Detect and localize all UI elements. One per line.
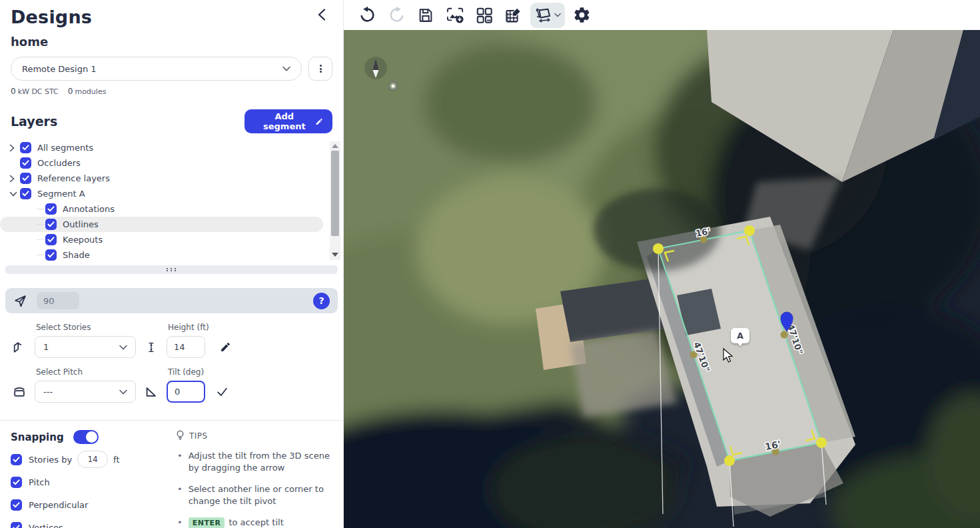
snap-option-label: Pitch <box>29 477 50 487</box>
compass-north-icon[interactable] <box>364 57 387 79</box>
layers-scrollbar[interactable] <box>330 141 340 260</box>
layer-row-annotations[interactable]: Annotations <box>0 201 343 217</box>
image-export-icon <box>446 7 464 24</box>
check-icon <box>22 191 29 197</box>
checkbox-checked[interactable] <box>11 477 22 488</box>
snap-option-label: Vertices <box>29 523 63 528</box>
stories-select[interactable]: 1 <box>35 336 136 358</box>
snap-option-perpendicular[interactable]: Perpendicular <box>11 497 171 512</box>
checkbox-checked[interactable] <box>20 142 31 153</box>
segment-tool-icon <box>534 6 553 24</box>
tree-guide-line <box>37 224 44 225</box>
confirm-tilt-button[interactable] <box>212 381 232 403</box>
unit-suffix: ft <box>113 455 119 465</box>
panel-resize-handle[interactable] <box>5 265 338 274</box>
tilt-input[interactable] <box>167 381 205 403</box>
snap-option-stories-by[interactable]: Stories byft <box>11 452 171 467</box>
layer-row-shade[interactable]: Shade <box>0 247 343 263</box>
bullet: • <box>177 450 183 475</box>
draw-segment-tool-button[interactable] <box>530 3 565 28</box>
add-segment-label: Add segment <box>254 111 315 131</box>
checkbox-checked[interactable] <box>45 219 57 230</box>
check-icon <box>216 385 229 398</box>
layer-row-all-segments[interactable]: All segments <box>0 140 343 155</box>
pencil-icon <box>220 341 231 353</box>
scroll-up-arrow[interactable] <box>332 144 338 148</box>
table-edit-button[interactable] <box>501 3 526 28</box>
height-input[interactable] <box>167 336 205 358</box>
kw-unit: kW DC STC <box>18 87 59 96</box>
design-menu-button[interactable] <box>308 57 332 81</box>
chevron-spacer <box>27 205 37 213</box>
check-icon <box>13 502 20 508</box>
pitch-select[interactable]: --- <box>35 381 136 403</box>
modules-unit: modules <box>75 87 106 96</box>
add-segment-button[interactable]: Add segment <box>245 109 332 133</box>
aerial-map-canvas[interactable]: 16' 47'10" 47'10" 16' A <box>344 30 980 528</box>
checkbox-checked[interactable] <box>20 188 31 199</box>
layouts-button[interactable] <box>472 3 497 28</box>
checkbox-checked[interactable] <box>20 173 31 184</box>
sidebar: Designs home Remote Design 1 0kW DC STC … <box>0 0 344 528</box>
chevron-down-icon <box>554 13 561 17</box>
snap-option-vertices[interactable]: Vertices <box>11 520 171 528</box>
design-select[interactable]: Remote Design 1 <box>11 57 302 81</box>
checkbox-checked[interactable] <box>45 249 57 261</box>
bullet: • <box>177 483 183 508</box>
chevron-left-icon <box>318 9 326 21</box>
modules-value: 0 <box>68 87 73 96</box>
rotation-target-icon[interactable] <box>389 82 398 91</box>
tip-item: •ENTERto accept tilt <box>176 517 332 528</box>
kw-value: 0 <box>11 87 16 96</box>
checkbox-checked[interactable] <box>11 522 22 528</box>
map-toolbar <box>344 0 980 30</box>
chevron-spacer <box>27 236 37 244</box>
stories-height-input[interactable] <box>77 451 108 468</box>
redo-icon <box>388 6 406 24</box>
checkbox-checked[interactable] <box>45 234 57 245</box>
layer-row-keepouts[interactable]: Keepouts <box>0 232 343 247</box>
collapse-sidebar-button[interactable] <box>314 7 330 23</box>
page-title: Designs <box>11 7 332 27</box>
checkbox-checked[interactable] <box>20 157 31 169</box>
pitch-icon <box>11 381 28 403</box>
azimuth-input[interactable] <box>37 292 79 309</box>
chevron-down-icon[interactable] <box>9 190 20 198</box>
layer-row-segment-a[interactable]: Segment A <box>0 186 343 201</box>
layer-row-occluders[interactable]: Occluders <box>0 155 343 171</box>
layer-label: Keepouts <box>63 235 103 245</box>
redo-button[interactable] <box>384 3 409 28</box>
stories-icon <box>11 336 28 358</box>
azimuth-bar: ? <box>5 288 338 313</box>
settings-button[interactable] <box>569 3 594 28</box>
chevron-down-icon <box>119 389 127 395</box>
check-icon <box>13 525 20 528</box>
snap-option-pitch[interactable]: Pitch <box>11 475 171 489</box>
lightbulb-icon <box>176 430 185 441</box>
layer-row-reference-layers[interactable]: Reference layers <box>0 171 343 186</box>
layer-row-outlines[interactable]: Outlines <box>0 217 323 232</box>
layout-grid-icon <box>476 7 493 24</box>
check-icon <box>22 160 29 166</box>
scrollbar-thumb[interactable] <box>331 151 339 236</box>
undo-icon <box>358 6 376 24</box>
help-button[interactable]: ? <box>313 293 330 309</box>
save-button[interactable] <box>413 3 438 28</box>
snapping-toggle[interactable] <box>73 430 99 444</box>
chevron-right-icon[interactable] <box>9 144 20 152</box>
checkbox-checked[interactable] <box>11 454 22 465</box>
edit-height-button[interactable] <box>216 336 236 358</box>
scroll-down-arrow[interactable] <box>332 253 338 257</box>
undo-button[interactable] <box>354 3 380 28</box>
chevron-right-icon[interactable] <box>9 175 20 183</box>
select-stories-label: Select Stories <box>36 323 136 332</box>
check-icon <box>47 206 55 212</box>
export-image-button[interactable] <box>442 3 468 28</box>
checkbox-checked[interactable] <box>45 203 57 215</box>
checkbox-checked[interactable] <box>11 499 22 511</box>
azimuth-arrow-icon <box>13 294 27 308</box>
chevron-spacer <box>27 251 37 259</box>
chevron-spacer <box>9 159 20 167</box>
kebab-icon <box>320 63 322 73</box>
bullet: • <box>177 517 183 528</box>
